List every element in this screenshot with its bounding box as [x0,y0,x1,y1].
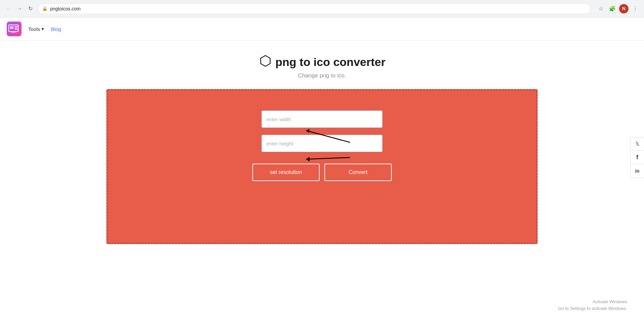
page-subtitle: Change png to ico. [298,72,346,79]
nav-buttons: ← → ↻ [4,4,35,13]
reload-button[interactable]: ↻ [26,4,35,13]
tools-nav-item[interactable]: Tools ▾ [28,26,44,32]
linkedin-icon: in [635,168,639,174]
browser-actions: ☆ 🧩 N ⋮ [596,4,640,13]
address-bar[interactable]: 🔒 pngtoicos.com [38,3,591,14]
site-logo [7,22,22,36]
page-title: png to ico converter [276,56,386,69]
page-title-row: png to ico converter [259,54,386,70]
twitter-social-button[interactable]: 𝕏 [631,137,644,151]
blog-nav-item[interactable]: Blog [51,26,61,32]
linkedin-social-button[interactable]: in [631,164,644,178]
site-header: Tools ▾ Blog [0,18,644,41]
width-input[interactable] [261,110,383,128]
facebook-social-button[interactable]: f [631,151,644,164]
main-nav: Tools ▾ Blog [28,26,61,32]
height-input[interactable] [261,135,383,152]
url-text: pngtoicos.com [50,6,586,11]
forward-button[interactable]: → [15,4,24,13]
title-icon [259,54,272,70]
form-section: set resolution Convert [252,110,392,181]
height-input-row [261,135,383,152]
main-content: png to ico converter Change png to ico. … [0,41,644,244]
set-resolution-button[interactable]: set resolution [252,164,320,181]
social-sidebar: 𝕏 f in [630,137,644,178]
page-title-section: png to ico converter Change png to ico. [259,54,386,79]
buttons-row: set resolution Convert [252,164,392,181]
convert-button[interactable]: Convert [324,164,392,181]
svg-rect-6 [11,32,15,33]
width-input-row [261,110,383,128]
profile-button[interactable]: N [619,4,629,13]
menu-button[interactable]: ⋮ [631,4,640,13]
svg-rect-2 [10,26,13,29]
twitter-icon: 𝕏 [635,141,640,147]
extensions-button[interactable]: 🧩 [608,4,617,13]
dropdown-chevron-icon: ▾ [41,26,44,32]
activate-windows-watermark: Activate Windows Go to Settings to activ… [558,299,627,312]
star-button[interactable]: ☆ [596,4,606,13]
facebook-icon: f [636,154,638,161]
browser-chrome: ← → ↻ 🔒 pngtoicos.com ☆ 🧩 N ⋮ [0,0,644,18]
page: Tools ▾ Blog png to ico converter Change… [0,18,644,315]
lock-icon: 🔒 [42,6,47,11]
back-button[interactable]: ← [4,4,13,13]
converter-box: set resolution Convert [106,89,538,244]
